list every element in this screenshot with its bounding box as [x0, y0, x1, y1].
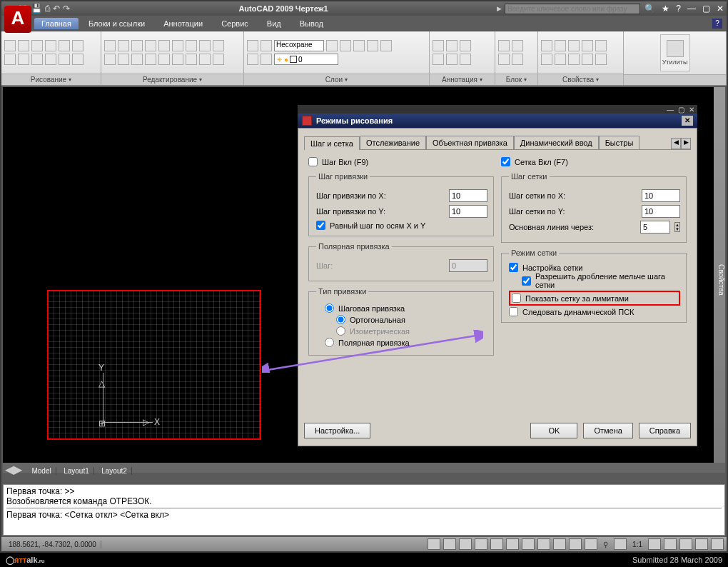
layerprev-icon[interactable] — [380, 40, 392, 51]
prop4-icon[interactable] — [582, 54, 593, 65]
command-window[interactable]: Первая точка: >> Возобновляется команда … — [3, 484, 725, 536]
menu-view[interactable]: Вид — [258, 18, 290, 29]
minimize-icon[interactable]: — — [687, 4, 696, 14]
app-help-icon[interactable]: ? — [676, 4, 681, 14]
circle-icon[interactable] — [45, 40, 56, 51]
hw-accel-icon[interactable] — [695, 538, 708, 550]
search-icon[interactable]: 🔍 — [644, 4, 655, 14]
panel-props[interactable]: Свойства▾ — [538, 74, 623, 85]
tab-nav-icon[interactable]: ◀▶ — [3, 463, 24, 476]
copy-icon[interactable] — [118, 40, 129, 51]
tab-track[interactable]: Отслеживание — [360, 136, 426, 149]
grid-y-input[interactable] — [642, 205, 680, 218]
match-icon[interactable] — [541, 54, 552, 65]
array-icon[interactable] — [213, 40, 224, 51]
subdivide-grid-checkbox[interactable]: Разрешить дробление мельче шага сетки — [522, 272, 680, 289]
dialog-close-icon[interactable]: ✕ — [682, 116, 693, 126]
lwt-toggle-icon[interactable] — [553, 538, 566, 550]
rect-icon[interactable] — [59, 40, 70, 51]
offset-icon[interactable] — [158, 54, 170, 65]
model-tab[interactable]: Model — [27, 467, 56, 475]
ok-button[interactable]: OK — [530, 423, 577, 438]
dlg-max-icon[interactable]: ▢ — [678, 106, 684, 114]
annoscale-icon[interactable] — [614, 538, 627, 550]
stretch-icon[interactable] — [199, 40, 211, 51]
help-icon[interactable]: ? — [712, 19, 722, 29]
ellipse-icon[interactable] — [4, 54, 16, 65]
snap-toggle-icon[interactable] — [428, 538, 440, 550]
join-icon[interactable] — [172, 54, 183, 65]
insert-icon[interactable] — [498, 40, 510, 51]
tab-quick[interactable]: Быстры — [599, 136, 640, 149]
layermatch-icon[interactable] — [367, 40, 378, 51]
panel-block[interactable]: Блок▾ — [495, 74, 537, 85]
dynamic-ucs-checkbox[interactable]: Следовать динамической ПСК — [509, 307, 680, 316]
fillet-icon[interactable] — [131, 54, 143, 65]
menu-output[interactable]: Вывод — [291, 18, 332, 29]
layertool2-icon[interactable] — [261, 54, 272, 65]
chamfer-icon[interactable] — [145, 54, 156, 65]
layout2-tab[interactable]: Layout2 — [97, 467, 132, 475]
layeroff-icon[interactable] — [340, 40, 351, 51]
poly-icon[interactable] — [72, 40, 84, 51]
helix-icon[interactable] — [72, 54, 84, 65]
layertool-icon[interactable] — [247, 54, 258, 65]
app-logo[interactable]: A — [4, 6, 31, 33]
osnap-toggle-icon[interactable] — [490, 538, 503, 550]
panel-annot[interactable]: Аннотация▾ — [430, 74, 495, 85]
spline-icon[interactable] — [45, 54, 56, 65]
layerfreeze-icon[interactable] — [326, 40, 338, 51]
layerstate-combo[interactable]: Несохране — [274, 40, 324, 51]
mtext-icon[interactable] — [446, 40, 457, 51]
grid-on-checkbox[interactable]: Сетка Вкл (F7) — [501, 157, 687, 166]
ltype-icon[interactable] — [568, 40, 580, 51]
print-icon[interactable]: ⎙ — [45, 4, 50, 14]
region-icon[interactable] — [59, 54, 70, 65]
tab-osnap[interactable]: Объектная привязка — [426, 136, 514, 149]
tab-home[interactable]: Главная — [34, 18, 79, 29]
lweight-icon[interactable] — [582, 40, 593, 51]
properties-palette-tab[interactable]: Свойства — [714, 87, 725, 473]
layout1-tab[interactable]: Layout1 — [59, 467, 94, 475]
spinner-down-icon[interactable]: ▼ — [675, 227, 679, 231]
panel-draw[interactable]: Рисование▾ — [1, 74, 101, 85]
attr-icon[interactable] — [512, 54, 523, 65]
maximize-icon[interactable]: ▢ — [702, 4, 710, 14]
menu-blocks[interactable]: Блоки и ссылки — [80, 18, 153, 29]
break-icon[interactable] — [186, 54, 197, 65]
move-icon[interactable] — [104, 40, 116, 51]
grid-major-input[interactable] — [640, 221, 670, 234]
star-icon[interactable]: ★ — [662, 4, 669, 14]
list-icon[interactable] — [595, 40, 607, 51]
prop5-icon[interactable] — [595, 54, 607, 65]
help-search-input[interactable] — [505, 4, 640, 14]
ortho-toggle-icon[interactable] — [459, 538, 472, 550]
colorwheel-icon[interactable] — [555, 40, 566, 51]
grid-x-input[interactable] — [642, 189, 680, 202]
toolbar-lock-icon[interactable] — [679, 538, 692, 550]
bedit-icon[interactable] — [498, 54, 510, 65]
qp-toggle-icon[interactable] — [569, 538, 582, 550]
tab-scroll-right-icon[interactable]: ▶ — [681, 138, 691, 149]
layer-selector[interactable]: ☀ ● 0 — [274, 54, 338, 65]
ws-icon[interactable] — [664, 538, 677, 550]
snap-x-input[interactable] — [449, 189, 487, 202]
type-ortho-radio[interactable]: Ортогональная — [336, 315, 487, 324]
tab-scroll-left-icon[interactable]: ◀ — [671, 138, 681, 149]
field-icon[interactable] — [460, 54, 471, 65]
undo-icon[interactable]: ↶ — [53, 4, 60, 14]
scale-readout[interactable]: 1:1 — [630, 541, 645, 548]
create-icon[interactable] — [512, 40, 523, 51]
save-icon[interactable]: 💾 — [31, 4, 42, 14]
dlg-close2-icon[interactable]: ✕ — [689, 106, 694, 114]
snap-y-input[interactable] — [449, 205, 487, 218]
cancel-button[interactable]: Отмена — [583, 423, 632, 438]
align-icon[interactable] — [199, 54, 211, 65]
table-icon[interactable] — [446, 54, 457, 65]
coords-readout[interactable]: 188.5621, -84.7302, 0.0000 — [4, 541, 101, 548]
pline-icon[interactable] — [18, 40, 29, 51]
cleanscreen-icon[interactable] — [711, 538, 724, 550]
utilities-button[interactable]: Утилиты — [660, 34, 690, 71]
annovis-icon[interactable] — [648, 538, 661, 550]
snap-on-checkbox[interactable]: Шаг Вкл (F9) — [308, 157, 494, 166]
